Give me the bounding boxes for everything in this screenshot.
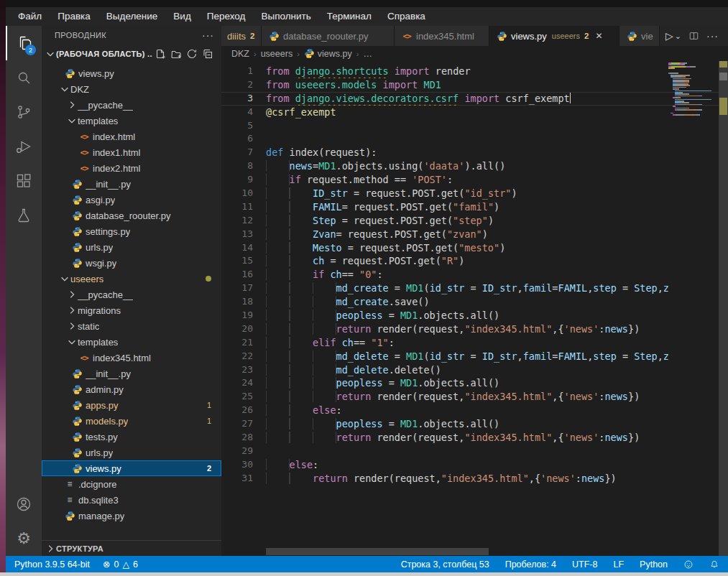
horizontal-scrollbar[interactable] xyxy=(266,548,489,555)
feedback-icon[interactable] xyxy=(683,559,694,570)
new-folder-icon[interactable] xyxy=(168,47,184,60)
python-interpreter-item[interactable]: Python 3.9.5 64-bit xyxy=(14,559,90,570)
tree-item-settings-py[interactable]: settings.py xyxy=(42,223,221,239)
code-line-1: 1from django.shortcuts import render xyxy=(221,65,719,78)
tree-item-label: urls.py xyxy=(86,447,113,458)
testing-icon[interactable] xyxy=(6,198,42,233)
tree-item-dkz[interactable]: DKZ xyxy=(42,81,221,97)
tree-item-admin-py[interactable]: admin.py xyxy=(42,381,221,397)
tree-item-manage-py[interactable]: manage.py xyxy=(42,508,221,524)
line-number: 13 xyxy=(221,228,253,241)
tree-item-db-sqlite3[interactable]: ≡db.sqlite3 xyxy=(42,492,221,508)
menu-item-item[interactable]: Выполнить xyxy=(253,7,318,26)
tree-item-label: .dcignore xyxy=(78,479,116,490)
eol-item[interactable]: LF xyxy=(613,559,624,570)
split-editor-icon[interactable] xyxy=(686,28,701,44)
tree-item-static[interactable]: static xyxy=(42,318,221,334)
tree-item-views-py[interactable]: views.py2 xyxy=(42,460,221,476)
minimap[interactable] xyxy=(668,62,717,116)
collapse-all-icon[interactable] xyxy=(200,47,216,60)
tree-item-init-py[interactable]: __init__.py xyxy=(42,366,221,381)
line-content: return render(request,"index345.html",{'… xyxy=(266,390,668,404)
tab-close-icon[interactable]: ✕ xyxy=(595,31,602,41)
tree-item-views-py[interactable]: views.py xyxy=(42,65,221,81)
tree-item-tests-py[interactable]: tests.py xyxy=(42,429,221,445)
python-file-icon xyxy=(70,242,83,253)
tree-item-urls-py[interactable]: urls.py xyxy=(42,239,221,255)
tree-item-migrations[interactable]: migrations xyxy=(42,302,221,318)
breadcrumb-segment-views-py[interactable]: views.py xyxy=(304,48,352,59)
file-icon: ≡ xyxy=(63,495,76,505)
run-button[interactable]: ▷⌄ xyxy=(663,28,683,44)
menu-item-item[interactable]: Терминал xyxy=(319,7,379,26)
menu-item-item[interactable]: Справка xyxy=(379,7,433,26)
tree-item-apps-py[interactable]: apps.py1 xyxy=(42,397,221,413)
breadcrumb-segment-item[interactable]: … xyxy=(363,49,372,59)
tree-item-useeers[interactable]: useeers xyxy=(42,271,221,287)
problems-item[interactable]: ⊗ 0 △ 6 xyxy=(103,559,138,570)
search-icon[interactable] xyxy=(6,60,42,95)
menu-item-item[interactable]: Переход xyxy=(199,7,254,26)
language-mode-item[interactable]: Python xyxy=(640,559,668,570)
html-file-icon: <> xyxy=(78,164,91,173)
tab-vie[interactable]: vie xyxy=(619,26,660,46)
tree-item-templates[interactable]: templates xyxy=(42,334,221,350)
run-debug-icon[interactable] xyxy=(6,129,42,164)
tree-item-index345-html[interactable]: <>index345.html xyxy=(42,350,221,366)
tree-item-index2-html[interactable]: <>index2.html xyxy=(42,160,221,176)
menu-item-item[interactable]: Вид xyxy=(165,7,198,26)
encoding-item[interactable]: UTF-8 xyxy=(572,559,597,570)
line-content: md_delete = MD1(id_str = ID_str,famil=FA… xyxy=(266,350,668,363)
menu-item-item[interactable]: Выделение xyxy=(98,7,166,26)
cursor-position-item[interactable]: Строка 3, столбец 53 xyxy=(401,559,489,570)
menu-item-item[interactable]: Правка xyxy=(50,7,98,26)
python-file-icon xyxy=(70,210,83,221)
indentation-item[interactable]: Пробелов: 4 xyxy=(505,559,556,570)
more-actions-icon[interactable]: ··· xyxy=(704,28,721,44)
code-editor[interactable]: 1from django.shortcuts import render2fro… xyxy=(221,61,728,556)
breadcrumb-separator: › xyxy=(297,50,300,58)
tab-views-py[interactable]: views.pyuseeers2✕ xyxy=(489,26,619,46)
tree-item-models-py[interactable]: models.py1 xyxy=(42,413,221,429)
outline-section-header[interactable]: СТРУКТУРА xyxy=(42,540,221,556)
code-line-17: 17 md_create = MD1(id_str = ID_str,famil… xyxy=(221,282,719,295)
vertical-scrollbar[interactable] xyxy=(719,61,728,556)
tree-item-index-html[interactable]: <>index.html xyxy=(42,129,221,144)
tree-item-templates[interactable]: templates xyxy=(42,113,221,129)
explorer-badge: 2 xyxy=(25,45,36,55)
tree-item-init-py[interactable]: __init__.py xyxy=(42,176,221,192)
breadcrumb-segment-dkz[interactable]: DKZ xyxy=(231,49,249,59)
workspace-section-header[interactable]: (РАБОЧАЯ ОБЛАСТЬ) ... xyxy=(42,45,221,63)
code-line-13: 13 Zvan= request.POST.get("zvan") xyxy=(221,228,719,241)
tab-database-roouter-py[interactable]: database_roouter.py xyxy=(262,26,395,46)
tree-item-pycache[interactable]: __pycache__ xyxy=(42,287,221,302)
explorer-more-actions-icon[interactable]: ··· xyxy=(202,29,214,41)
new-file-icon[interactable] xyxy=(152,47,168,60)
text-cursor xyxy=(570,93,571,103)
tree-item-urls-py[interactable]: urls.py xyxy=(42,445,221,460)
tree-item-database-roouter-py[interactable]: database_roouter.py xyxy=(42,208,221,223)
extensions-icon[interactable] xyxy=(6,164,42,198)
refresh-icon[interactable] xyxy=(184,47,200,60)
settings-icon[interactable]: ⚙ xyxy=(6,521,42,556)
tree-item-label: models.py xyxy=(86,416,128,427)
code-line-10: 10 ID_str = request.POST.get("id_str") xyxy=(221,187,719,200)
menu-item-item[interactable]: Файл xyxy=(10,7,50,26)
tree-item-dcignore[interactable]: ≡.dcignore xyxy=(42,476,221,492)
source-control-icon[interactable] xyxy=(6,95,42,129)
tab-diiits[interactable]: diiits2● xyxy=(221,26,262,46)
tree-item-index1-html[interactable]: <>index1.html xyxy=(42,144,221,160)
line-content: from django.views.decorators.csrf import… xyxy=(266,92,668,106)
code-line-21: 21 elif ch== "1": xyxy=(221,336,719,350)
tab-index345-html[interactable]: <>index345.html xyxy=(395,26,489,46)
account-icon[interactable] xyxy=(6,487,42,521)
explorer-icon[interactable]: 2 xyxy=(6,26,42,60)
tree-item-wsgi-py[interactable]: wsgi.py xyxy=(42,255,221,271)
line-content: news=MD1.objects.using('daata').all() xyxy=(266,159,668,173)
tree-item-pycache[interactable]: __pycache__ xyxy=(42,97,221,113)
problems-badge: 1 xyxy=(207,417,211,425)
bell-icon[interactable] xyxy=(709,559,719,570)
tab-badge: 2 xyxy=(584,32,589,40)
breadcrumb-segment-useeers[interactable]: useeers xyxy=(261,49,292,59)
tree-item-asgi-py[interactable]: asgi.py xyxy=(42,192,221,208)
